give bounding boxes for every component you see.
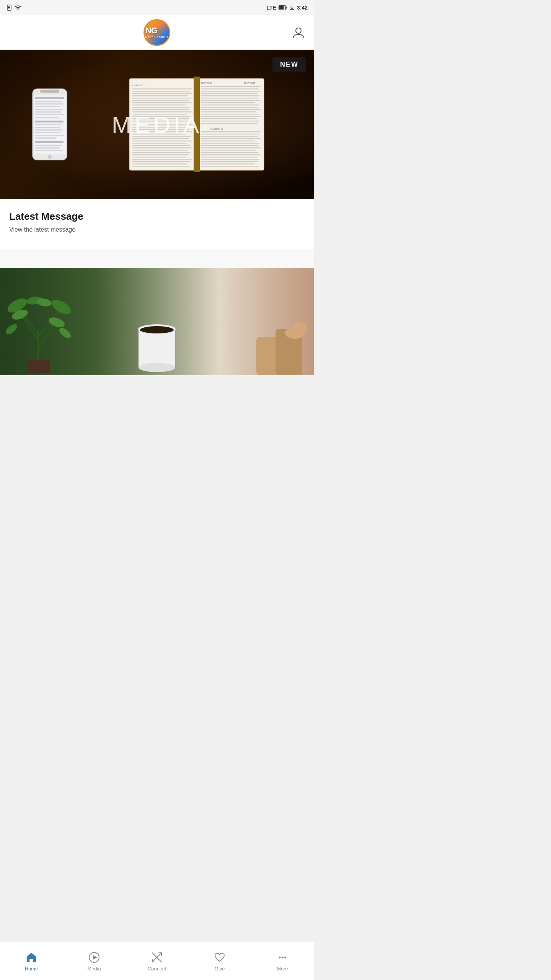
latest-message-title: Latest Message	[9, 211, 305, 222]
svg-rect-93	[201, 140, 255, 142]
svg-rect-90	[201, 134, 259, 135]
svg-point-117	[4, 322, 19, 336]
time-display: 3:42	[297, 5, 308, 11]
svg-point-121	[139, 363, 175, 372]
svg-rect-79	[201, 105, 259, 106]
svg-rect-58	[132, 143, 187, 144]
svg-rect-41	[132, 102, 192, 103]
svg-rect-40	[132, 100, 189, 101]
svg-rect-120	[139, 329, 175, 368]
coffee-illustration	[130, 306, 184, 375]
svg-rect-15	[35, 106, 60, 107]
svg-rect-101	[201, 159, 259, 160]
content-spacer	[0, 249, 314, 268]
svg-rect-23	[35, 129, 63, 131]
svg-rect-87	[201, 123, 258, 124]
svg-text:PROVERBS: PROVERBS	[244, 82, 255, 84]
svg-rect-102	[201, 161, 258, 162]
svg-rect-78	[201, 102, 255, 103]
svg-rect-61	[132, 150, 188, 151]
svg-rect-17	[35, 111, 61, 113]
content-divider	[9, 241, 305, 241]
svg-rect-28	[35, 145, 62, 146]
svg-rect-86	[201, 121, 259, 122]
svg-text:CHAPTER 17.: CHAPTER 17.	[132, 84, 147, 87]
profile-button[interactable]	[291, 25, 306, 40]
svg-rect-43	[132, 107, 191, 108]
hand-illustration	[237, 299, 314, 375]
svg-rect-85	[201, 118, 257, 119]
svg-rect-4	[286, 7, 287, 9]
svg-rect-99	[201, 154, 261, 155]
media-hero-text: MEDIA	[112, 111, 202, 138]
svg-rect-72	[201, 88, 259, 90]
svg-rect-66	[132, 161, 190, 162]
page-bottom-pad	[0, 375, 314, 417]
logo-subtext: North Goodland	[145, 36, 168, 38]
svg-text:PROVERBS: PROVERBS	[201, 82, 212, 84]
svg-rect-64	[132, 157, 186, 158]
svg-rect-60	[132, 147, 192, 149]
svg-rect-98	[201, 152, 259, 153]
svg-point-7	[296, 28, 301, 33]
svg-rect-95	[201, 145, 258, 146]
svg-rect-16	[35, 109, 63, 110]
status-bar: LTE 3:42	[0, 0, 314, 15]
svg-rect-74	[201, 93, 257, 94]
svg-rect-92	[201, 138, 261, 139]
battery-icon	[279, 5, 287, 10]
svg-rect-22	[35, 127, 60, 128]
app-header: NG North Goodland	[0, 15, 314, 50]
svg-rect-25	[35, 135, 64, 136]
svg-rect-56	[132, 138, 189, 139]
svg-rect-89	[201, 131, 261, 132]
svg-rect-59	[132, 145, 190, 146]
svg-rect-71	[201, 86, 261, 87]
svg-text:CHAPTER 18.: CHAPTER 18.	[210, 128, 223, 130]
sim-icon	[6, 5, 12, 11]
svg-rect-103	[201, 163, 255, 165]
svg-line-107	[23, 318, 38, 341]
svg-rect-26	[35, 137, 56, 139]
signal-type: LTE	[267, 5, 276, 11]
wifi-icon	[15, 5, 21, 10]
status-bar-right: LTE 3:42	[267, 5, 308, 11]
app-logo[interactable]: NG North Goodland	[143, 19, 170, 46]
svg-rect-21	[35, 124, 62, 125]
svg-rect-96	[201, 147, 261, 149]
new-badge: NEW	[272, 57, 306, 72]
svg-rect-29	[35, 147, 60, 149]
svg-rect-81	[201, 109, 261, 110]
svg-rect-12	[35, 97, 64, 99]
logo-container[interactable]: NG North Goodland	[143, 19, 170, 46]
media-hero[interactable]: CHAPTER 17.	[0, 50, 314, 199]
svg-rect-14	[35, 103, 64, 105]
svg-rect-97	[201, 150, 256, 151]
svg-rect-100	[201, 157, 257, 158]
svg-rect-1	[8, 7, 10, 8]
svg-rect-57	[132, 140, 192, 142]
svg-rect-76	[201, 98, 258, 99]
svg-rect-44	[132, 109, 189, 110]
svg-rect-65	[132, 159, 192, 160]
svg-rect-42	[132, 105, 186, 106]
svg-rect-94	[201, 143, 259, 144]
svg-rect-83	[201, 114, 259, 115]
svg-rect-63	[132, 154, 189, 155]
svg-rect-10	[40, 90, 59, 93]
svg-rect-13	[35, 101, 62, 102]
svg-rect-5	[279, 6, 284, 10]
svg-line-108	[38, 325, 54, 348]
svg-rect-80	[201, 107, 258, 108]
second-image-section[interactable]	[0, 268, 314, 375]
svg-point-114	[47, 315, 66, 329]
svg-rect-18	[35, 114, 64, 115]
svg-rect-36	[132, 91, 190, 92]
svg-rect-24	[35, 132, 61, 133]
svg-point-11	[48, 155, 52, 159]
latest-message-subtitle: View the latest message	[9, 226, 305, 233]
user-icon	[292, 26, 305, 39]
svg-point-112	[49, 297, 73, 317]
svg-rect-91	[201, 136, 258, 137]
download-icon	[289, 5, 295, 10]
